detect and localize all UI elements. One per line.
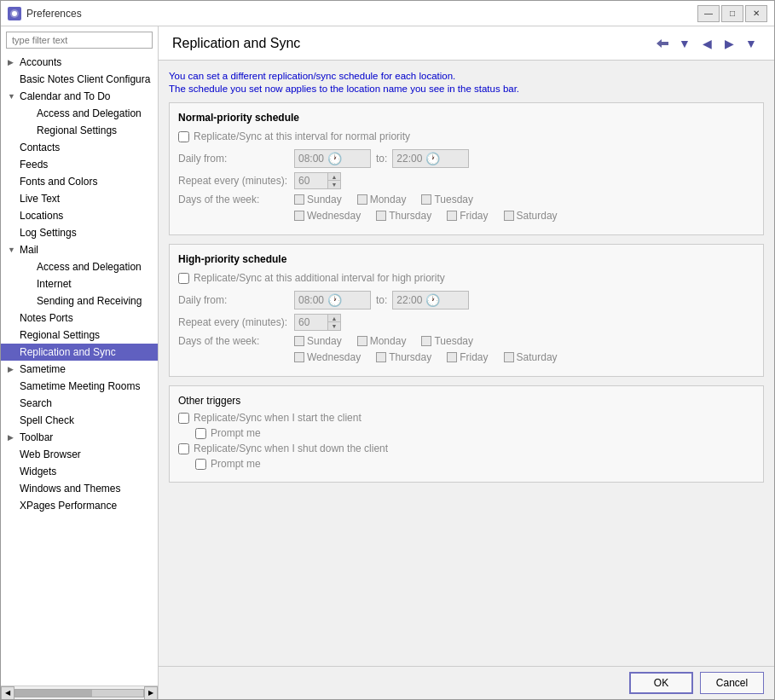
dropdown-button[interactable]: ▼	[675, 34, 694, 53]
scroll-right-button[interactable]: ▶	[144, 686, 158, 700]
sidebar-item-access-delegation[interactable]: Access and Delegation	[1, 105, 158, 122]
normal-day-monday[interactable]: Monday	[357, 194, 407, 205]
other-triggers-panel: Other triggers Replicate/Sync when I sta…	[169, 385, 764, 483]
normal-friday-checkbox[interactable]	[447, 211, 457, 221]
normal-day-friday[interactable]: Friday	[447, 210, 488, 222]
sidebar-item-mail-access[interactable]: Access and Delegation	[1, 258, 158, 275]
sidebar-item-internet[interactable]: Internet	[1, 275, 158, 292]
header-actions: ▼ ◀ ▶ ▼	[653, 34, 761, 53]
normal-thursday-checkbox[interactable]	[376, 211, 386, 221]
normal-wednesday-checkbox[interactable]	[294, 211, 304, 221]
sidebar-item-windows-themes[interactable]: Windows and Themes	[1, 480, 158, 497]
normal-spin-up[interactable]: ▲	[328, 173, 340, 181]
normal-day-sunday[interactable]: Sunday	[294, 194, 342, 205]
high-day-tuesday[interactable]: Tuesday	[421, 335, 473, 347]
sidebar-item-accounts[interactable]: ▶ Accounts	[1, 54, 158, 71]
shutdown-trigger-label: Replicate/Sync when I shut down the clie…	[194, 443, 388, 454]
scroll-track[interactable]	[14, 689, 144, 697]
normal-sunday-checkbox[interactable]	[294, 194, 304, 205]
high-spin-up[interactable]: ▲	[328, 315, 340, 322]
sidebar-item-toolbar[interactable]: ▶ Toolbar	[1, 429, 158, 446]
normal-day-tuesday[interactable]: Tuesday	[421, 194, 473, 205]
ok-button[interactable]: OK	[629, 672, 693, 694]
sidebar-item-sametime-meeting[interactable]: Sametime Meeting Rooms	[1, 378, 158, 395]
sidebar-item-basic-notes[interactable]: Basic Notes Client Configura	[1, 71, 158, 88]
high-tuesday-checkbox[interactable]	[421, 336, 431, 346]
high-from-clock-icon[interactable]: 🕐	[327, 293, 342, 307]
high-saturday-checkbox[interactable]	[504, 352, 514, 362]
normal-spin-down[interactable]: ▼	[328, 181, 340, 188]
maximize-button[interactable]: □	[721, 5, 743, 22]
sidebar-item-web-browser[interactable]: Web Browser	[1, 446, 158, 463]
high-wednesday-checkbox[interactable]	[294, 352, 304, 362]
normal-day-thursday[interactable]: Thursday	[376, 210, 431, 222]
minimize-button[interactable]: —	[697, 5, 720, 22]
high-day-thursday[interactable]: Thursday	[376, 351, 431, 363]
normal-to-input[interactable]: 22:00 🕐	[392, 149, 469, 168]
normal-to-clock-icon[interactable]: 🕐	[425, 152, 440, 165]
normal-saturday-checkbox[interactable]	[504, 211, 514, 221]
info-line-2: The schedule you set now applies to the …	[169, 84, 764, 94]
normal-monday-checkbox[interactable]	[357, 194, 367, 205]
content-header: Replication and Sync ▼ ◀ ▶ ▼	[159, 26, 774, 61]
sidebar-item-search[interactable]: Search	[1, 395, 158, 412]
high-minutes-value[interactable]: 60	[294, 314, 328, 331]
sidebar-item-spell-check[interactable]: Spell Check	[1, 412, 158, 429]
normal-repeat-label: Repeat every (minutes):	[178, 175, 289, 187]
high-to-input[interactable]: 22:00 🕐	[392, 291, 469, 310]
sidebar-item-notes-ports[interactable]: Notes Ports	[1, 310, 158, 327]
sidebar-item-regional-settings-cal[interactable]: Regional Settings	[1, 122, 158, 139]
startup-trigger-checkbox[interactable]	[178, 413, 189, 424]
sidebar-item-calendar[interactable]: ▼ Calendar and To Do	[1, 88, 158, 105]
cancel-button[interactable]: Cancel	[700, 672, 764, 694]
high-day-wednesday[interactable]: Wednesday	[294, 351, 361, 363]
normal-day-wednesday[interactable]: Wednesday	[294, 210, 361, 222]
high-sunday-checkbox[interactable]	[294, 336, 304, 346]
normal-from-input[interactable]: 08:00 🕐	[294, 149, 371, 168]
normal-daily-from-label: Daily from:	[178, 153, 289, 165]
high-day-monday[interactable]: Monday	[357, 335, 407, 347]
high-checkbox-row: Replicate/Sync at this additional interv…	[178, 272, 755, 284]
high-to-clock-icon[interactable]: 🕐	[425, 293, 440, 307]
scroll-left-button[interactable]: ◀	[1, 686, 14, 700]
sidebar-item-regional-settings[interactable]: Regional Settings	[1, 327, 158, 344]
shutdown-prompt-checkbox[interactable]	[195, 459, 206, 470]
close-button[interactable]: ✕	[745, 5, 767, 22]
normal-day-saturday[interactable]: Saturday	[504, 210, 558, 222]
back-button[interactable]	[653, 34, 672, 53]
normal-from-clock-icon[interactable]: 🕐	[327, 152, 342, 165]
menu-button[interactable]: ▼	[742, 34, 761, 53]
high-day-sunday[interactable]: Sunday	[294, 335, 342, 347]
high-friday-checkbox[interactable]	[447, 352, 457, 362]
filter-input[interactable]	[6, 32, 153, 49]
sidebar-item-sending-receiving[interactable]: Sending and Receiving	[1, 292, 158, 310]
normal-sunday-label: Sunday	[307, 194, 342, 205]
sidebar-item-xpages[interactable]: XPages Performance	[1, 497, 158, 514]
sidebar-hscroll: ◀ ▶	[1, 686, 158, 699]
sidebar-item-sametime[interactable]: ▶ Sametime	[1, 361, 158, 378]
high-thursday-checkbox[interactable]	[376, 352, 386, 362]
high-monday-checkbox[interactable]	[357, 336, 367, 346]
high-from-input[interactable]: 08:00 🕐	[294, 291, 371, 310]
high-spin-down[interactable]: ▼	[328, 322, 340, 330]
sidebar-item-live-text[interactable]: Live Text	[1, 190, 158, 207]
startup-prompt-checkbox[interactable]	[195, 428, 206, 439]
sidebar-item-log-settings[interactable]: Log Settings	[1, 224, 158, 241]
high-schedule-checkbox[interactable]	[178, 273, 189, 284]
normal-schedule-checkbox[interactable]	[178, 131, 189, 142]
normal-tuesday-checkbox[interactable]	[421, 194, 431, 205]
high-day-saturday[interactable]: Saturday	[504, 351, 558, 363]
sidebar-item-feeds[interactable]: Feeds	[1, 156, 158, 173]
sidebar-item-widgets[interactable]: Widgets	[1, 463, 158, 480]
sidebar-item-mail[interactable]: ▼ Mail	[1, 241, 158, 258]
next-button[interactable]: ▶	[720, 34, 738, 53]
high-day-friday[interactable]: Friday	[447, 351, 488, 363]
prev-button[interactable]: ◀	[697, 34, 716, 53]
sidebar-item-contacts[interactable]: Contacts	[1, 139, 158, 156]
normal-minutes-value[interactable]: 60	[294, 172, 328, 189]
shutdown-trigger-checkbox[interactable]	[178, 443, 189, 454]
sidebar-item-locations[interactable]: Locations	[1, 207, 158, 224]
sidebar-item-fonts-colors[interactable]: Fonts and Colors	[1, 173, 158, 190]
arrow-icon: ▶	[8, 365, 20, 373]
sidebar-item-replication-sync[interactable]: Replication and Sync	[1, 344, 158, 361]
